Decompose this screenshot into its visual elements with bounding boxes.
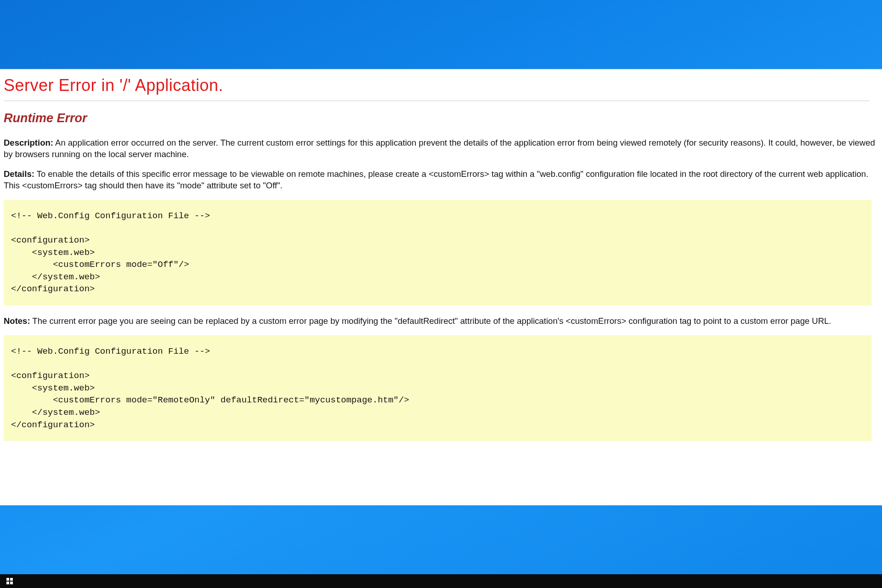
details-paragraph: Details: To enable the details of this s… <box>4 169 878 192</box>
codeblock-remoteonly: <!-- Web.Config Configuration File --> <… <box>4 335 871 441</box>
divider <box>4 101 870 101</box>
windows-start-icon[interactable] <box>6 578 13 584</box>
details-label: Details: <box>4 169 34 179</box>
code-text-remoteonly: <!-- Web.Config Configuration File --> <… <box>11 345 864 431</box>
notes-text: The current error page you are seeing ca… <box>30 316 831 326</box>
taskbar[interactable] <box>0 574 882 588</box>
error-subtitle: Runtime Error <box>4 111 878 125</box>
description-text: An application error occurred on the ser… <box>4 138 875 159</box>
code-text-off: <!-- Web.Config Configuration File --> <… <box>11 210 864 295</box>
description-paragraph: Description: An application error occurr… <box>4 137 878 160</box>
description-label: Description: <box>4 138 53 147</box>
error-page-panel: Server Error in '/' Application. Runtime… <box>0 69 882 505</box>
page-title: Server Error in '/' Application. <box>4 76 878 95</box>
details-text: To enable the details of this specific e… <box>4 169 868 190</box>
notes-label: Notes: <box>4 316 30 326</box>
codeblock-off: <!-- Web.Config Configuration File --> <… <box>4 200 871 305</box>
notes-paragraph: Notes: The current error page you are se… <box>4 316 878 327</box>
